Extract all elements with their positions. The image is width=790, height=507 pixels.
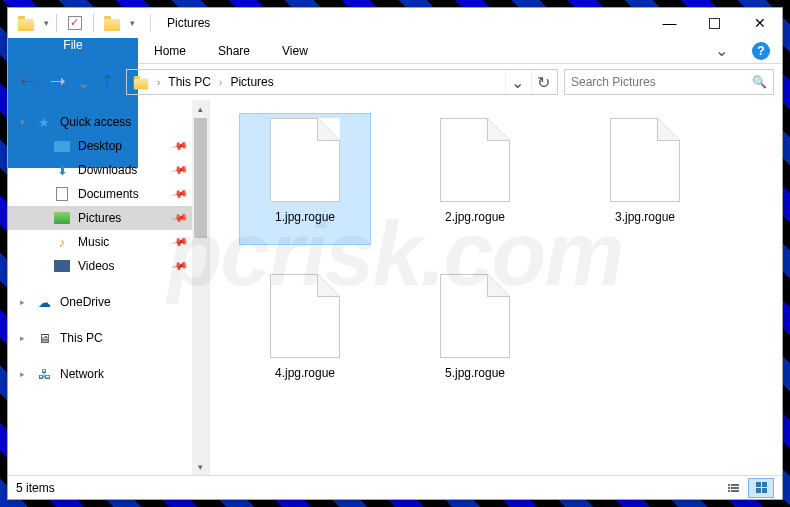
computer-icon: 🖥 bbox=[36, 330, 52, 346]
nav-quick-access[interactable]: ▾ ★ Quick access bbox=[8, 110, 209, 134]
tab-share[interactable]: Share bbox=[202, 38, 266, 63]
help-icon: ? bbox=[752, 42, 770, 60]
view-details-button[interactable] bbox=[720, 478, 746, 498]
file-icon bbox=[440, 274, 510, 358]
close-button[interactable]: ✕ bbox=[737, 8, 782, 38]
file-name: 5.jpg.rogue bbox=[445, 366, 505, 380]
star-icon: ★ bbox=[36, 114, 52, 130]
file-icon bbox=[440, 118, 510, 202]
view-icons-button[interactable] bbox=[748, 478, 774, 498]
refresh-icon: ↻ bbox=[537, 73, 550, 92]
scroll-up-icon[interactable]: ▴ bbox=[192, 100, 209, 117]
icons-view-icon bbox=[756, 482, 767, 493]
file-icon bbox=[270, 118, 340, 202]
file-item[interactable]: 5.jpg.rogue bbox=[410, 270, 540, 400]
file-name: 2.jpg.rogue bbox=[445, 210, 505, 224]
qat-properties-button[interactable]: ✓ bbox=[63, 11, 87, 35]
nav-pinned-pictures[interactable]: Pictures📌 bbox=[8, 206, 209, 230]
separator bbox=[93, 14, 94, 32]
file-name: 4.jpg.rogue bbox=[275, 366, 335, 380]
window-title: Pictures bbox=[159, 16, 647, 30]
up-button[interactable]: 🠑 bbox=[96, 70, 120, 94]
pin-icon: 📌 bbox=[171, 185, 190, 204]
file-name: 3.jpg.rogue bbox=[615, 210, 675, 224]
search-placeholder: Search Pictures bbox=[571, 75, 656, 89]
scroll-down-icon[interactable]: ▾ bbox=[192, 458, 209, 475]
breadcrumb-this-pc[interactable]: This PC bbox=[164, 70, 215, 94]
nav-pinned-videos[interactable]: Videos📌 bbox=[8, 254, 209, 278]
tab-view[interactable]: View bbox=[266, 38, 324, 63]
maximize-button[interactable] bbox=[692, 8, 737, 38]
arrow-left-icon: 🠐 bbox=[20, 73, 36, 91]
ribbon-expand-icon[interactable]: ⌄ bbox=[703, 38, 740, 63]
arrow-right-icon: 🠒 bbox=[50, 73, 66, 91]
search-input[interactable]: Search Pictures 🔍 bbox=[564, 69, 774, 95]
pin-icon: 📌 bbox=[171, 233, 190, 252]
titlebar: ▾ ✓ ▾ Pictures — ✕ bbox=[8, 8, 782, 38]
pin-icon: 📌 bbox=[171, 209, 190, 228]
tab-home[interactable]: Home bbox=[138, 38, 202, 63]
pin-icon: 📌 bbox=[171, 257, 190, 276]
address-dropdown-icon[interactable]: ⌄ bbox=[505, 70, 529, 94]
minimize-button[interactable]: — bbox=[647, 8, 692, 38]
nav-pinned-desktop[interactable]: Desktop📌 bbox=[8, 134, 209, 158]
chevron-right-icon[interactable]: › bbox=[217, 77, 224, 88]
back-button[interactable]: 🠐 bbox=[16, 70, 40, 94]
ribbon-tabs: File Home Share View ⌄ ? bbox=[8, 38, 782, 64]
file-list[interactable]: 1.jpg.rogue2.jpg.rogue3.jpg.rogue4.jpg.r… bbox=[210, 100, 782, 475]
chevron-down-icon[interactable]: ▾ bbox=[20, 117, 25, 127]
separator bbox=[56, 14, 57, 32]
nav-this-pc[interactable]: ▸ 🖥 This PC bbox=[8, 326, 209, 350]
file-name: 1.jpg.rogue bbox=[275, 210, 335, 224]
app-menu-dropdown-icon[interactable]: ▾ bbox=[40, 18, 52, 28]
help-button[interactable]: ? bbox=[740, 38, 782, 63]
chevron-right-icon[interactable]: ▸ bbox=[20, 333, 25, 343]
breadcrumb-pictures[interactable]: Pictures bbox=[226, 70, 277, 94]
chevron-right-icon[interactable]: ▸ bbox=[20, 369, 25, 379]
scroll-thumb[interactable] bbox=[194, 118, 207, 238]
nav-pinned-music[interactable]: ♪Music📌 bbox=[8, 230, 209, 254]
quick-access-toolbar: ▾ ✓ ▾ bbox=[8, 8, 142, 38]
nav-label: OneDrive bbox=[60, 295, 111, 309]
app-icon[interactable] bbox=[14, 11, 38, 35]
breadcrumb-root[interactable] bbox=[129, 70, 153, 94]
file-item[interactable]: 2.jpg.rogue bbox=[410, 114, 540, 244]
nav-label: Downloads bbox=[78, 163, 137, 177]
nav-label: Network bbox=[60, 367, 104, 381]
arrow-up-icon: 🠑 bbox=[100, 73, 116, 91]
body: ▾ ★ Quick access Desktop📌⬇Downloads📌Docu… bbox=[8, 100, 782, 475]
search-icon[interactable]: 🔍 bbox=[752, 75, 767, 89]
nav-label: Desktop bbox=[78, 139, 122, 153]
navigation-bar: 🠐 🠒 ⌄ 🠑 › This PC › Pictures ⌄ ↻ Search … bbox=[8, 64, 782, 100]
nav-label: Quick access bbox=[60, 115, 131, 129]
qat-newfolder-button[interactable] bbox=[100, 11, 124, 35]
nav-scrollbar[interactable]: ▴ ▾ bbox=[192, 100, 209, 475]
nav-pinned-downloads[interactable]: ⬇Downloads📌 bbox=[8, 158, 209, 182]
nav-label: Videos bbox=[78, 259, 114, 273]
nav-pinned-documents[interactable]: Documents📌 bbox=[8, 182, 209, 206]
nav-label: Documents bbox=[78, 187, 139, 201]
qat-customize-dropdown-icon[interactable]: ▾ bbox=[126, 18, 138, 28]
folder-icon bbox=[134, 79, 148, 90]
status-item-count: 5 items bbox=[16, 481, 55, 495]
file-item[interactable]: 3.jpg.rogue bbox=[580, 114, 710, 244]
file-item[interactable]: 4.jpg.rogue bbox=[240, 270, 370, 400]
history-dropdown-icon[interactable]: ⌄ bbox=[76, 73, 90, 92]
chevron-right-icon[interactable]: ▸ bbox=[20, 297, 25, 307]
cloud-icon: ☁ bbox=[36, 294, 52, 310]
nav-onedrive[interactable]: ▸ ☁ OneDrive bbox=[8, 290, 209, 314]
nav-label: Pictures bbox=[78, 211, 121, 225]
file-item[interactable]: 1.jpg.rogue bbox=[240, 114, 370, 244]
details-view-icon bbox=[728, 484, 739, 492]
file-icon bbox=[270, 274, 340, 358]
explorer-window: pcrisk.com ▾ ✓ ▾ Pictures — ✕ File Home … bbox=[7, 7, 783, 500]
forward-button[interactable]: 🠒 bbox=[46, 70, 70, 94]
file-icon bbox=[610, 118, 680, 202]
refresh-button[interactable]: ↻ bbox=[531, 70, 555, 94]
nav-label: Music bbox=[78, 235, 109, 249]
nav-network[interactable]: ▸ 🖧 Network bbox=[8, 362, 209, 386]
chevron-right-icon[interactable]: › bbox=[155, 77, 162, 88]
pin-icon: 📌 bbox=[171, 137, 190, 156]
address-bar[interactable]: › This PC › Pictures ⌄ ↻ bbox=[126, 69, 558, 95]
network-icon: 🖧 bbox=[36, 366, 52, 382]
